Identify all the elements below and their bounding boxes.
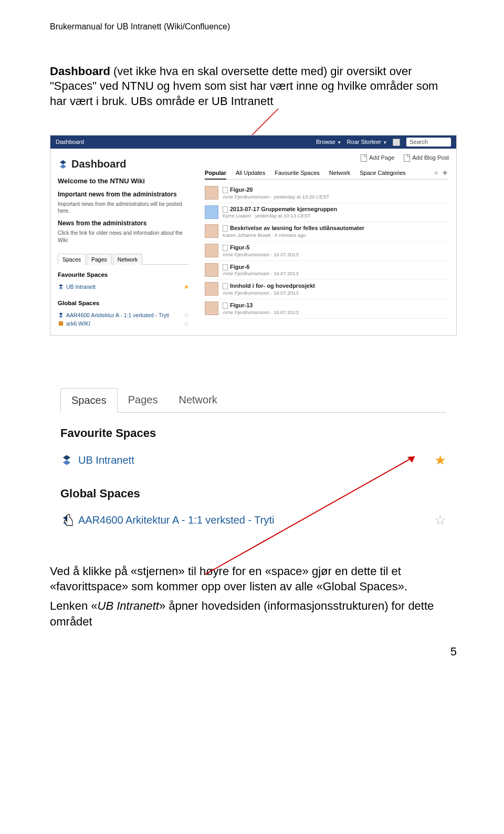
page-icon: [223, 187, 228, 193]
feed-row[interactable]: Figur-20Arne Fjerdrumsmoen · yesterday a…: [205, 184, 449, 203]
cursor-hand-icon: [60, 513, 76, 528]
global-spaces-heading: Global Spaces: [58, 299, 189, 308]
tab-favourite-spaces[interactable]: Favourite Spaces: [275, 169, 320, 177]
star-icon-filled[interactable]: ★: [434, 451, 446, 470]
tab-network[interactable]: Network: [113, 254, 143, 265]
page-icon: [223, 283, 228, 289]
global-space-row[interactable]: ark6 WIKI ☆: [58, 319, 189, 328]
avatar: [205, 186, 218, 200]
topbar-user[interactable]: Roar Storleer: [347, 138, 386, 146]
global-space-row[interactable]: AAR4600 Arkitektur A - 1:1 verksted - Tr…: [58, 311, 189, 319]
page-actions: Add Page Add Blog Post: [205, 154, 449, 162]
tab-space-categories[interactable]: Space Categories: [360, 169, 405, 177]
outro-p2: Lenken «UB Intranett» åpner hovedsiden (…: [50, 598, 457, 629]
feed-title: Figur-5: [223, 244, 299, 252]
outro-paragraph-1: Ved å klikke på «stjernen» til høyre for…: [50, 564, 457, 629]
important-news-heading: Important news from the administrators: [58, 190, 189, 199]
add-blog-button[interactable]: Add Blog Post: [404, 154, 449, 162]
screenshot-zoom-wrap: Spaces Pages Network Favourite Spaces UB…: [50, 383, 457, 543]
favourite-spaces-heading: Favourite Spaces: [58, 271, 189, 279]
star-icon-filled[interactable]: ★: [184, 283, 189, 290]
topbar-user-avatar[interactable]: [393, 139, 400, 146]
feed-title: Beskrivelse av løsning for felles utlåns…: [223, 224, 364, 232]
feed-text: Innhold i for- og hovedprosjektArne Fjer…: [223, 282, 315, 297]
add-page-button[interactable]: Add Page: [361, 154, 394, 162]
page-icon: [223, 206, 228, 213]
dashboard-title: Dashboard: [58, 157, 189, 171]
zoom-fav-row[interactable]: UB Intranett ★: [60, 449, 446, 472]
favourite-space-link[interactable]: UB Intranett: [66, 283, 96, 290]
avatar: [205, 263, 218, 277]
feed-row[interactable]: Figur-6Arne Fjerdrumsmoen · 16.07.2013: [205, 261, 449, 280]
page-icon: [223, 225, 228, 232]
global-space-link[interactable]: ark6 WIKI: [66, 320, 90, 327]
feed-title: Figur-13: [223, 301, 299, 309]
tab-pages[interactable]: Pages: [87, 254, 112, 265]
zoom-global-heading: Global Spaces: [60, 486, 446, 502]
feed-text: Figur-6Arne Fjerdrumsmoen · 16.07.2013: [223, 263, 299, 278]
feed-row[interactable]: Figur-5Arne Fjerdrumsmoen · 16.07.2013: [205, 242, 449, 261]
feed-row[interactable]: 2013-07-17 Gruppemøte kjernegruppenKyrre…: [205, 203, 449, 223]
topbar-search[interactable]: Search: [406, 138, 451, 147]
feed-meta: Kyrre Liaaen · yesterday at 10:13 CEST: [223, 213, 337, 220]
feed-list: Figur-20Arne Fjerdrumsmoen · yesterday a…: [205, 184, 449, 319]
tab-all-updates[interactable]: All Updates: [236, 169, 265, 177]
feed-text: Figur-20Arne Fjerdrumsmoen · yesterday a…: [223, 186, 329, 201]
dashboard-body: Dashboard Welcome to the NTNU Wiki Impor…: [50, 149, 456, 335]
star-icon-empty[interactable]: ☆: [184, 311, 189, 319]
feed-title: Innhold i for- og hovedprosjekt: [223, 282, 315, 290]
feed-text: Figur-13Arne Fjerdrumsmoen · 16.07.2013: [223, 301, 299, 316]
ztab-spaces[interactable]: Spaces: [60, 388, 118, 413]
space-logo-icon: [58, 312, 64, 318]
feed-title: 2013-07-17 Gruppemøte kjernegruppen: [223, 205, 337, 213]
page-icon: [361, 154, 367, 162]
doc-header: Brukermanual for UB Intranett (Wiki/Conf…: [50, 21, 457, 33]
feed-row[interactable]: Beskrivelse av løsning for felles utlåns…: [205, 222, 449, 242]
feed-title: Figur-6: [223, 263, 299, 271]
feed-meta: Arne Fjerdrumsmoen · 16.07.2013: [223, 309, 299, 316]
star-icon-empty[interactable]: ☆: [434, 511, 446, 529]
star-icon-empty[interactable]: ☆: [184, 320, 189, 327]
avatar: [205, 224, 218, 238]
important-news-body: Important news from the administrators w…: [58, 201, 189, 215]
zoom-fav-link[interactable]: UB Intranett: [78, 453, 134, 467]
favourite-space-row[interactable]: UB Intranett ★: [58, 283, 189, 291]
feed-meta: Arne Fjerdrumsmoen · 16.07.2013: [223, 270, 299, 277]
feed-text: Beskrivelse av løsning for felles utlåns…: [223, 224, 364, 239]
ztab-network[interactable]: Network: [168, 388, 227, 412]
feed-title: Figur-20: [223, 186, 329, 194]
space-logo-icon: [58, 284, 64, 290]
news-body: Click the link for older news and inform…: [58, 230, 189, 244]
left-tabs: Spaces Pages Network: [58, 253, 189, 265]
feed-row[interactable]: Figur-13Arne Fjerdrumsmoen · 16.07.2013: [205, 299, 449, 319]
page-icon: [223, 303, 228, 309]
topbar-browse[interactable]: Browse: [316, 138, 341, 146]
avatar: [205, 244, 218, 257]
ztab-pages[interactable]: Pages: [118, 388, 169, 412]
feed-tabs: Popular All Updates Favourite Spaces Net…: [205, 169, 449, 180]
feed-row[interactable]: Innhold i for- og hovedprosjektArne Fjer…: [205, 280, 449, 299]
search-input[interactable]: Search: [406, 138, 451, 147]
zoom-fav-heading: Favourite Spaces: [60, 425, 446, 441]
tab-network[interactable]: Network: [329, 169, 350, 177]
feed-settings-icons[interactable]: ≡ ✚: [435, 169, 449, 177]
zoom-global-link[interactable]: AAR4600 Arkitektur A - 1:1 verksted - Tr…: [78, 513, 275, 527]
global-space-link[interactable]: AAR4600 Arkitektur A - 1:1 verksted - Tr…: [66, 311, 169, 319]
feed-text: 2013-07-17 Gruppemøte kjernegruppenKyrre…: [223, 205, 337, 220]
left-column: Dashboard Welcome to the NTNU Wiki Impor…: [58, 154, 189, 328]
tab-spaces[interactable]: Spaces: [58, 254, 86, 265]
right-column: Add Page Add Blog Post Popular All Updat…: [205, 154, 449, 328]
screenshot-dashboard: Dashboard Browse Roar Storleer Search Da…: [50, 135, 457, 335]
avatar: [205, 301, 218, 315]
page-icon: [404, 154, 410, 162]
tab-popular[interactable]: Popular: [205, 169, 226, 180]
feed-text: Figur-5Arne Fjerdrumsmoen · 16.07.2013: [223, 244, 299, 258]
intro-bold: Dashboard: [50, 65, 110, 78]
avatar: [205, 205, 218, 219]
app-topbar: Dashboard Browse Roar Storleer Search: [50, 135, 456, 149]
topbar-dashboard[interactable]: Dashboard: [56, 138, 310, 146]
zoom-tabs: Spaces Pages Network: [60, 388, 446, 413]
zoom-global-row[interactable]: AAR4600 Arkitektur A - 1:1 verksted - Tr…: [60, 508, 446, 532]
welcome-heading: Welcome to the NTNU Wiki: [58, 176, 189, 186]
feed-meta: Arne Fjerdrumsmoen · 16.07.2013: [223, 252, 299, 258]
